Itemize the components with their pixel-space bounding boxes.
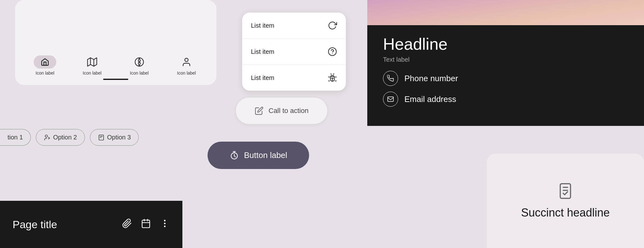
bottom-right-card: Succinct headline [487, 154, 644, 248]
nav-indicator [103, 79, 128, 80]
mail-icon [387, 96, 394, 103]
map-icon [87, 57, 97, 67]
chip-option1-label: tion 1 [8, 134, 23, 141]
person-icon [181, 57, 192, 67]
nav-item-person[interactable]: Icon label [175, 55, 198, 76]
list-item-2[interactable]: List item [242, 39, 346, 65]
svg-point-8 [45, 135, 47, 137]
nav-icons-row: Icon label Icon label [15, 55, 216, 76]
contact-phone-row[interactable]: Phone number [383, 71, 628, 86]
chip-option2-icon [44, 134, 51, 141]
contact-text-label: Text label [383, 56, 628, 63]
nav-label-map: Icon label [83, 70, 102, 76]
svg-marker-0 [87, 58, 97, 66]
bottom-app-bar: Page title [0, 201, 182, 248]
phone-icon [387, 75, 394, 82]
list-card: List item List item List item [242, 13, 346, 91]
nav-item-home[interactable]: Icon label [34, 55, 56, 76]
compass-icon [134, 57, 144, 67]
list-item-1-text: List item [251, 22, 274, 29]
home-icon [41, 58, 49, 66]
contact-email-text: Email address [404, 94, 456, 104]
bug-icon [328, 73, 337, 82]
contact-card: Headline Text label Phone number Email a… [367, 0, 644, 126]
svg-point-22 [164, 223, 165, 224]
nav-icon-compass-bg [128, 55, 151, 69]
pencil-icon [255, 106, 264, 115]
chip-option3-icon [98, 134, 105, 141]
phone-icon-circle [383, 71, 398, 86]
svg-point-21 [164, 220, 165, 221]
chips-row: tion 1 Option 2 Option 3 [0, 129, 139, 146]
cta-button[interactable]: Call to action [236, 98, 327, 124]
attachment-icon[interactable] [122, 218, 132, 231]
nav-icon-home-bg [34, 55, 56, 69]
bar-title: Page title [13, 218, 109, 231]
chip-option2-label: Option 2 [53, 134, 77, 141]
timer-icon [230, 151, 239, 160]
contact-email-row[interactable]: Email address [383, 92, 628, 107]
nav-item-map[interactable]: Icon label [81, 55, 103, 76]
nav-item-compass[interactable]: Icon label [128, 55, 151, 76]
more-vert-icon[interactable] [160, 218, 170, 231]
calendar-icon[interactable] [141, 218, 151, 231]
svg-point-12 [329, 48, 336, 56]
contact-phone-text: Phone number [404, 74, 458, 83]
nav-label-person: Icon label [177, 70, 196, 76]
nav-label-compass: Icon label [130, 70, 149, 76]
nav-icon-map-bg [81, 55, 103, 69]
help-icon [328, 47, 337, 56]
list-item-3[interactable]: List item [242, 65, 346, 91]
contact-card-body: Headline Text label Phone number Email a… [367, 25, 644, 122]
svg-rect-24 [560, 184, 571, 199]
svg-rect-16 [388, 97, 393, 102]
list-item-3-text: List item [251, 74, 274, 82]
list-item-2-text: List item [251, 48, 274, 55]
chip-option2[interactable]: Option 2 [36, 129, 85, 146]
nav-label-home: Icon label [36, 70, 54, 76]
filled-button-label: Button label [244, 150, 287, 160]
nav-icon-person-bg [175, 55, 198, 69]
svg-point-23 [164, 226, 165, 227]
bottom-right-headline: Succinct headline [521, 206, 610, 219]
checklist-icon [557, 182, 574, 200]
chip-option3[interactable]: Option 3 [90, 129, 139, 146]
svg-rect-17 [142, 220, 150, 228]
cta-button-label: Call to action [269, 107, 308, 115]
chip-option3-label: Option 3 [107, 134, 131, 141]
chip-option1[interactable]: tion 1 [0, 129, 31, 146]
svg-point-7 [185, 58, 188, 62]
filled-button[interactable]: Button label [208, 142, 309, 169]
refresh-icon [328, 21, 337, 30]
bottom-nav-card: Icon label Icon label [15, 0, 216, 85]
contact-headline: Headline [383, 35, 628, 54]
bar-icons [122, 218, 170, 231]
list-item-1[interactable]: List item [242, 13, 346, 39]
email-icon-circle [383, 92, 398, 107]
